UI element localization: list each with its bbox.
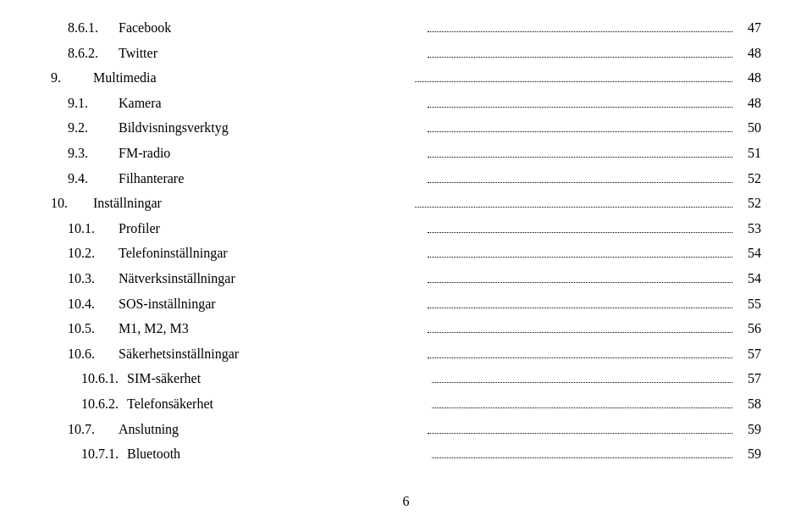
toc-title: Kamera <box>119 92 424 114</box>
toc-page: 57 <box>736 343 761 365</box>
toc-dots <box>428 232 733 233</box>
toc-dots <box>432 457 733 458</box>
list-item: 10.5.M1, M2, M356 <box>51 318 761 340</box>
toc-title: FM-radio <box>119 142 424 164</box>
toc-dots <box>428 308 733 308</box>
toc-page: 48 <box>736 42 761 64</box>
page-number: 6 <box>51 494 761 509</box>
toc-dots <box>428 332 733 333</box>
toc-number: 10.7. <box>51 418 119 441</box>
toc-dots <box>415 207 733 208</box>
toc-number: 8.6.2. <box>51 42 119 64</box>
toc-title: Bluetooth <box>127 443 428 465</box>
list-item: 9.1.Kamera48 <box>51 92 761 114</box>
toc-number: 10.6.1. <box>51 368 127 390</box>
toc-title: Inställningar <box>93 192 412 214</box>
toc-title: Bildvisningsverktyg <box>119 117 424 139</box>
list-item: 10.Inställningar52 <box>51 192 761 214</box>
toc-page: 59 <box>736 443 761 465</box>
toc-number: 10.3. <box>51 268 119 290</box>
toc-title: Nätverksinställningar <box>119 268 424 290</box>
toc-number: 10. <box>51 192 93 214</box>
toc-page: 55 <box>736 293 761 315</box>
toc-dots <box>428 107 733 108</box>
toc-page: 51 <box>736 142 761 164</box>
toc-dots <box>428 433 733 434</box>
toc-number: 10.2. <box>51 242 119 264</box>
toc-page: 53 <box>736 218 761 240</box>
toc-title: SOS-inställningar <box>119 293 424 315</box>
toc-dots <box>415 81 733 82</box>
list-item: 9.2.Bildvisningsverktyg50 <box>51 117 761 139</box>
toc-page: 48 <box>736 92 761 114</box>
list-item: 10.7.Anslutning59 <box>51 418 761 441</box>
list-item: 10.7.1.Bluetooth59 <box>51 443 761 465</box>
list-item: 8.6.1.Facebook47 <box>51 17 761 39</box>
toc-page: 57 <box>736 368 761 390</box>
toc-number: 9.1. <box>51 92 119 114</box>
list-item: 10.6.2.Telefonsäkerhet58 <box>51 393 761 415</box>
toc-page: 59 <box>736 418 761 441</box>
toc-dots <box>428 31 733 32</box>
toc-dots <box>428 357 733 358</box>
toc-page: 52 <box>736 168 761 190</box>
list-item: 8.6.2.Twitter48 <box>51 42 761 64</box>
toc-dots <box>428 282 733 283</box>
toc-page: 47 <box>736 17 761 39</box>
table-of-contents: 8.6.1.Facebook478.6.2.Twitter489.Multime… <box>51 17 761 468</box>
toc-dots <box>428 182 733 183</box>
toc-title: M1, M2, M3 <box>119 318 424 340</box>
toc-title: Anslutning <box>119 418 424 441</box>
toc-dots <box>432 382 733 383</box>
toc-title: Facebook <box>119 17 424 39</box>
toc-title: Multimedia <box>93 67 412 89</box>
toc-dots <box>428 131 733 132</box>
toc-number: 10.7.1. <box>51 443 127 465</box>
toc-page: 56 <box>736 318 761 340</box>
toc-title: Twitter <box>119 42 424 64</box>
toc-title: Telefoninställningar <box>119 242 424 264</box>
list-item: 10.2.Telefoninställningar54 <box>51 242 761 264</box>
toc-number: 10.4. <box>51 293 119 315</box>
toc-title: SIM-säkerhet <box>127 368 428 390</box>
list-item: 10.1.Profiler53 <box>51 218 761 240</box>
toc-number: 9.4. <box>51 168 119 190</box>
list-item: 10.4.SOS-inställningar55 <box>51 293 761 315</box>
list-item: 10.6.Säkerhetsinställningar57 <box>51 343 761 365</box>
toc-number: 9. <box>51 67 93 89</box>
toc-dots <box>432 407 733 408</box>
list-item: 9.4.Filhanterare52 <box>51 168 761 190</box>
toc-number: 8.6.1. <box>51 17 119 39</box>
toc-page: 54 <box>736 242 761 264</box>
toc-dots <box>428 157 733 158</box>
toc-dots <box>428 57 733 58</box>
toc-page: 52 <box>736 192 761 214</box>
list-item: 10.6.1.SIM-säkerhet57 <box>51 368 761 390</box>
toc-title: Telefonsäkerhet <box>127 393 428 415</box>
list-item: 10.3.Nätverksinställningar54 <box>51 268 761 290</box>
list-item: 9.3.FM-radio51 <box>51 142 761 164</box>
toc-number: 10.6. <box>51 343 119 365</box>
toc-number: 10.5. <box>51 318 119 340</box>
toc-title: Profiler <box>119 218 424 240</box>
toc-number: 10.6.2. <box>51 393 127 415</box>
toc-number: 9.2. <box>51 117 119 139</box>
toc-title: Säkerhetsinställningar <box>119 343 424 365</box>
list-item: 9.Multimedia48 <box>51 67 761 89</box>
toc-title: Filhanterare <box>119 168 424 190</box>
toc-page: 50 <box>736 117 761 139</box>
toc-page: 54 <box>736 268 761 290</box>
toc-number: 10.1. <box>51 218 119 240</box>
toc-page: 58 <box>736 393 761 415</box>
toc-dots <box>428 257 733 258</box>
toc-number: 9.3. <box>51 142 119 164</box>
toc-page: 48 <box>736 67 761 89</box>
